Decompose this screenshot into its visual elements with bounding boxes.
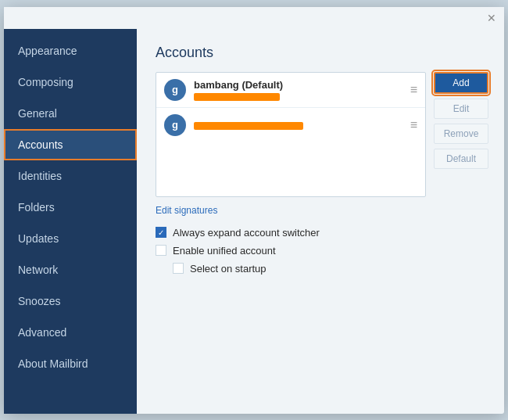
- content-area: AppearanceComposingGeneralAccountsIdenti…: [4, 29, 504, 414]
- account-avatar: g: [164, 79, 186, 101]
- sidebar-item-identities[interactable]: Identities: [4, 160, 137, 192]
- checkbox-select-startup[interactable]: [173, 263, 184, 274]
- option-row-unified-account: Enable unified account: [156, 245, 488, 257]
- account-email-redacted: [194, 93, 280, 101]
- sidebar-item-composing[interactable]: Composing: [4, 66, 137, 98]
- sidebar-item-appearance[interactable]: Appearance: [4, 35, 137, 66]
- accounts-list: gbambang (Default)≡g≡: [156, 72, 426, 197]
- sidebar-item-snoozes[interactable]: Snoozes: [4, 285, 137, 317]
- title-bar: ✕: [4, 7, 504, 29]
- close-button[interactable]: ✕: [485, 12, 498, 24]
- account-row[interactable]: gbambang (Default)≡: [156, 73, 425, 108]
- checkbox-expand-switcher[interactable]: [156, 227, 166, 238]
- default-account-button[interactable]: Default: [434, 149, 488, 169]
- account-menu-icon[interactable]: ≡: [410, 83, 417, 97]
- edit-signatures-link[interactable]: Edit signatures: [156, 205, 488, 216]
- accounts-area: gbambang (Default)≡g≡ Add Edit Remove De…: [156, 72, 488, 197]
- sidebar-item-advanced[interactable]: Advanced: [4, 317, 137, 348]
- option-label-expand-switcher: Always expand account switcher: [173, 227, 320, 239]
- settings-dialog: ✕ AppearanceComposingGeneralAccountsIden…: [4, 7, 504, 414]
- option-row-select-startup: Select on startup: [156, 263, 488, 275]
- account-avatar: g: [164, 114, 186, 136]
- sidebar-item-general[interactable]: General: [4, 98, 137, 129]
- sidebar-item-folders[interactable]: Folders: [4, 192, 137, 223]
- account-info: bambang (Default): [194, 79, 406, 101]
- options-section: Always expand account switcherEnable uni…: [156, 227, 488, 275]
- option-row-expand-switcher: Always expand account switcher: [156, 227, 488, 239]
- account-email-redacted: [194, 122, 303, 130]
- remove-account-button[interactable]: Remove: [434, 124, 488, 144]
- sidebar-item-accounts[interactable]: Accounts: [4, 129, 137, 160]
- account-row[interactable]: g≡: [156, 108, 425, 142]
- add-account-button[interactable]: Add: [434, 72, 488, 94]
- account-name: bambang (Default): [194, 79, 406, 91]
- account-menu-icon[interactable]: ≡: [410, 118, 417, 132]
- sidebar-item-updates[interactable]: Updates: [4, 223, 137, 254]
- sidebar-item-network[interactable]: Network: [4, 254, 137, 285]
- sidebar: AppearanceComposingGeneralAccountsIdenti…: [4, 29, 137, 414]
- account-info: [194, 120, 406, 130]
- option-label-unified-account: Enable unified account: [173, 245, 276, 257]
- panel-title: Accounts: [156, 45, 488, 61]
- checkbox-unified-account[interactable]: [156, 245, 166, 256]
- option-label-select-startup: Select on startup: [190, 263, 267, 275]
- accounts-buttons: Add Edit Remove Default: [434, 72, 488, 197]
- edit-account-button[interactable]: Edit: [434, 99, 488, 119]
- sidebar-item-about[interactable]: About Mailbird: [4, 348, 137, 379]
- main-panel: Accounts gbambang (Default)≡g≡ Add Edit …: [137, 29, 504, 414]
